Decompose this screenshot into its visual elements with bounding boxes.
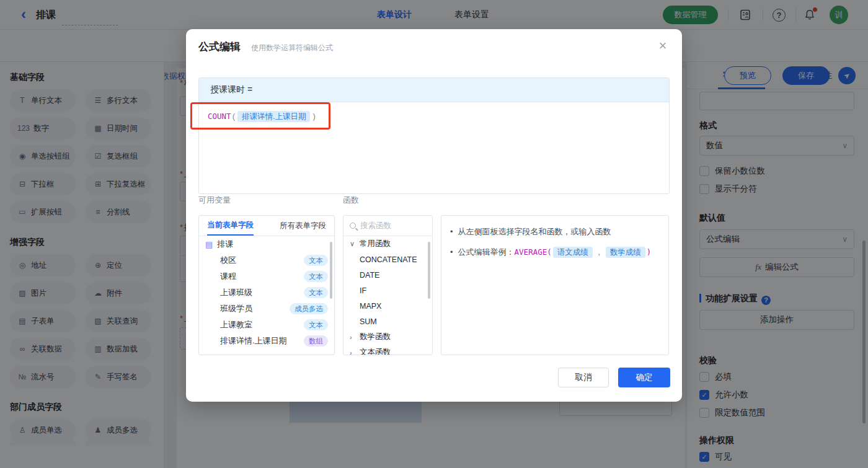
function-group[interactable]: ›文本函数	[343, 345, 432, 355]
tab-all-form-fields[interactable]: 所有表单字段	[280, 221, 326, 231]
function-search[interactable]	[343, 216, 432, 236]
chevron-right-icon: ›	[350, 349, 356, 356]
function-group-label: 常用函数	[360, 239, 391, 249]
function-group-label: 文本函数	[360, 347, 391, 355]
function-group[interactable]: ∨常用函数	[343, 236, 432, 252]
separator-token: ，	[594, 247, 604, 257]
help-bullet: •从左侧面板选择字段名和函数，或输入函数	[450, 226, 660, 238]
variable-row[interactable]: 课程文本	[199, 268, 334, 285]
variable-row[interactable]: 排课详情.上课日期数组	[199, 333, 334, 349]
variables-tabs: 当前表单字段 所有表单字段	[199, 216, 334, 236]
close-icon[interactable]: ×	[655, 38, 670, 54]
tab-current-form-fields[interactable]: 当前表单字段	[207, 216, 254, 236]
function-token: AVERAGE(	[515, 247, 552, 257]
function-item[interactable]: CONCATENATE	[343, 252, 432, 267]
formula-help-panel: •从左侧面板选择字段名和函数，或输入函数•公式编辑举例：AVERAGE(语文成绩…	[441, 215, 669, 355]
functions-panel: ∨常用函数CONCATENATEDATEIFMAPXSUM›数学函数›文本函数	[343, 215, 433, 355]
search-icon	[350, 223, 356, 229]
modal-title: 公式编辑	[198, 40, 241, 54]
variables-scrollbar[interactable]	[330, 242, 332, 299]
formula-editor-modal: 公式编辑 使用数学运算符编辑公式 × 授课课时 = COUNT(排课详情.上课日…	[186, 29, 682, 402]
help-bullet-text: 公式编辑举例：AVERAGE(语文成绩，数学成绩)	[458, 246, 652, 258]
bullet-dot: •	[450, 246, 453, 258]
function-token: )	[647, 247, 652, 257]
annotation-highlight-box	[190, 102, 330, 130]
variable-row[interactable]: 班级学员成员多选	[199, 301, 334, 317]
field-token: 数学成绩	[606, 247, 645, 258]
variable-type-badge: 文本	[304, 255, 328, 266]
help-text: 从左侧面板选择字段名和函数，或输入函数	[458, 227, 611, 236]
variable-type-badge: 文本	[304, 271, 328, 282]
function-item[interactable]: SUM	[343, 314, 432, 329]
variable-row[interactable]: 校区文本	[199, 252, 334, 268]
variables-panel: 当前表单字段 所有表单字段 ▤排课校区文本课程文本上课班级文本班级学员成员多选上…	[198, 215, 335, 355]
field-token: 语文成绩	[553, 247, 593, 258]
variable-name: 排课详情.上课日期	[220, 335, 304, 347]
variable-type-badge: 成员多选	[290, 303, 328, 314]
form-doc-icon: ▤	[205, 240, 213, 249]
chevron-right-icon: ›	[350, 333, 356, 341]
variable-name: 课程	[220, 271, 304, 282]
function-item[interactable]: MAPX	[343, 298, 432, 314]
bullet-dot: •	[450, 226, 453, 238]
confirm-button[interactable]: 确定	[618, 368, 670, 387]
variable-name: 上课教室	[220, 319, 304, 330]
variable-tree-root[interactable]: ▤排课	[199, 236, 334, 252]
cancel-button[interactable]: 取消	[558, 368, 609, 387]
variable-row[interactable]: 上课班级文本	[199, 285, 334, 301]
help-text: 公式编辑举例：	[458, 247, 515, 257]
variable-type-badge: 数组	[304, 335, 328, 347]
variable-name: 上课班级	[220, 287, 304, 298]
functions-scrollbar[interactable]	[428, 242, 430, 299]
function-item[interactable]: DATE	[343, 267, 432, 283]
formula-editor[interactable]: 授课课时 = COUNT(排课详情.上课日期)	[198, 77, 670, 194]
function-group-label: 数学函数	[360, 332, 391, 342]
function-search-input[interactable]	[360, 221, 416, 230]
variable-root-name: 排课	[217, 239, 328, 250]
modal-subtitle: 使用数学运算符编辑公式	[251, 43, 333, 53]
formula-target-field: 授课课时 =	[199, 78, 669, 102]
variable-row[interactable]: 上课教室文本	[199, 317, 334, 333]
variable-type-badge: 文本	[304, 319, 328, 330]
variables-label: 可用变量	[198, 195, 231, 206]
variable-name: 校区	[220, 255, 304, 266]
functions-label: 函数	[343, 195, 359, 206]
function-item[interactable]: IF	[343, 283, 432, 298]
variable-name: 班级学员	[220, 303, 290, 314]
help-bullet-text: 从左侧面板选择字段名和函数，或输入函数	[458, 226, 611, 238]
function-group[interactable]: ›数学函数	[343, 329, 432, 345]
chevron-down-icon: ∨	[350, 240, 356, 248]
variable-type-badge: 文本	[304, 287, 328, 298]
help-bullet: •公式编辑举例：AVERAGE(语文成绩，数学成绩)	[450, 246, 660, 258]
